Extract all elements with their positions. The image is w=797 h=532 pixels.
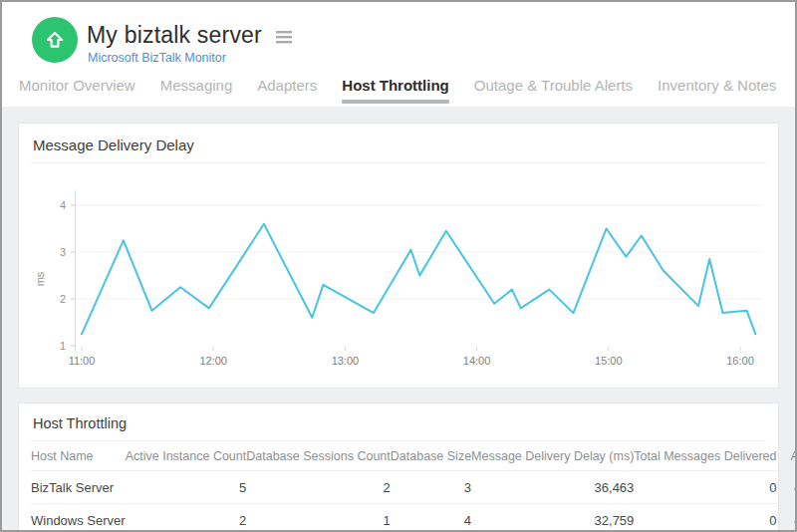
svg-text:14:00: 14:00 <box>463 355 491 367</box>
svg-text:15:00: 15:00 <box>595 355 623 367</box>
cell-active-instance-count: 2 <box>126 504 247 532</box>
cell-message-delivery-delay: 36,463 <box>471 471 634 504</box>
message-delivery-delay-panel: Message Delivery Delay 1234ms11:0012:001… <box>18 123 779 389</box>
svg-text:4: 4 <box>60 199 66 211</box>
col-header-message-delivery-delay: Message Delivery Delay (ms) <box>471 441 634 471</box>
page-title: My biztalk server <box>87 22 262 49</box>
hamburger-menu-icon[interactable] <box>276 31 292 44</box>
pencil-icon <box>792 479 797 492</box>
cell-total-messages-delivered: 0 <box>634 504 776 532</box>
tab-host-throttling[interactable]: Host Throttling <box>342 77 448 107</box>
cell-database-sessions-count: 2 <box>246 471 391 504</box>
content-area: Message Delivery Delay 1234ms11:0012:001… <box>2 107 795 530</box>
table-panel-title: Host Throttling <box>19 403 778 440</box>
server-status-avatar <box>32 17 78 63</box>
svg-text:11:00: 11:00 <box>69 355 96 367</box>
tab-monitor-overview[interactable]: Monitor Overview <box>19 77 135 107</box>
svg-text:12:00: 12:00 <box>199 355 227 367</box>
x-axis: 11:0012:0013:0014:0015:0016:00 <box>69 347 754 367</box>
cell-database-size: 4 <box>391 504 471 532</box>
edit-action-button[interactable] <box>790 479 797 492</box>
cell-message-delivery-delay: 32,759 <box>471 504 634 532</box>
col-header-host-name: Host Name <box>31 441 126 471</box>
host-throttling-table: Host Name Active Instance Count Database… <box>31 441 797 532</box>
cell-database-size: 3 <box>391 471 471 504</box>
pencil-icon <box>792 512 797 525</box>
col-header-database-sessions-count: Database Sessions Count <box>246 441 391 471</box>
svg-text:13:00: 13:00 <box>332 355 360 367</box>
svg-text:1: 1 <box>60 340 66 352</box>
edit-action-button[interactable] <box>790 512 797 525</box>
col-header-action: Action <box>776 441 797 471</box>
delay-series-line <box>82 224 755 334</box>
table-row: BizTalk Server 5 2 3 36,463 0 <box>31 471 797 504</box>
cell-database-sessions-count: 1 <box>246 504 391 532</box>
tab-adapters[interactable]: Adapters <box>257 77 317 107</box>
cell-active-instance-count: 5 <box>126 471 247 504</box>
col-header-active-instance-count: Active Instance Count <box>126 441 247 471</box>
monitor-type-link[interactable]: Microsoft BizTalk Monitor <box>88 51 226 65</box>
app-header: My biztalk server Microsoft BizTalk Moni… <box>2 2 795 107</box>
cell-host-name: Windows Server <box>31 504 126 532</box>
tab-messaging[interactable]: Messaging <box>160 77 233 107</box>
up-arrow-icon <box>44 29 66 51</box>
host-throttling-panel: Host Throttling Host Name Active Instanc… <box>18 402 779 532</box>
biztalk-monitor-window: My biztalk server Microsoft BizTalk Moni… <box>0 0 797 532</box>
cell-total-messages-delivered: 0 <box>634 471 776 504</box>
message-delivery-delay-chart: 1234ms11:0012:0013:0014:0015:0016:00 <box>31 163 766 388</box>
table-row: Windows Server 2 1 4 32,759 0 <box>31 504 797 532</box>
chart-panel-title: Message Delivery Delay <box>19 124 778 162</box>
svg-text:3: 3 <box>60 246 66 258</box>
svg-text:ms: ms <box>34 271 46 286</box>
cell-host-name: BizTalk Server <box>31 471 126 504</box>
table-header-row: Host Name Active Instance Count Database… <box>31 441 797 471</box>
y-axis: 1234ms <box>34 190 76 352</box>
tab-outage-trouble-alerts[interactable]: Outage & Trouble Alerts <box>474 77 633 107</box>
col-header-database-size: Database Size <box>391 441 471 471</box>
svg-text:2: 2 <box>60 293 66 305</box>
col-header-total-messages-delivered: Total Messages Delivered <box>634 441 776 471</box>
tab-bar: Monitor Overview Messaging Adapters Host… <box>19 77 793 107</box>
svg-text:16:00: 16:00 <box>726 355 754 367</box>
tab-inventory-notes[interactable]: Inventory & Notes <box>658 77 776 107</box>
gridlines <box>75 205 762 299</box>
